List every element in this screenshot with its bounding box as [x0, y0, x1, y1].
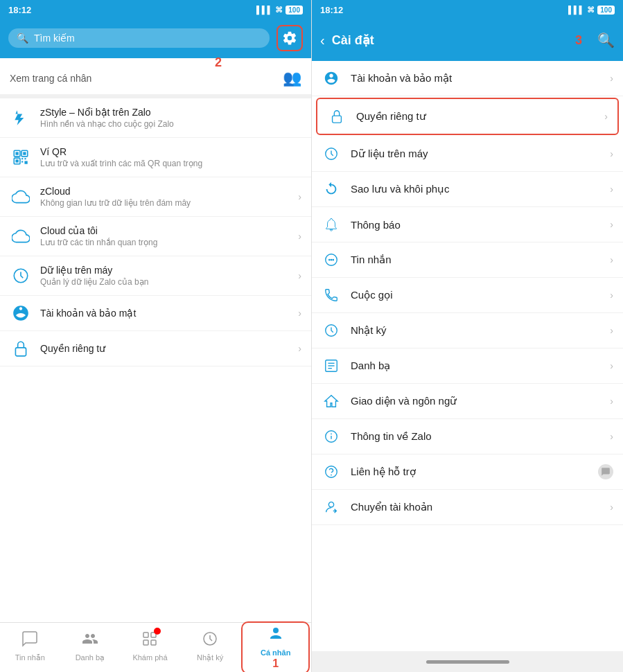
menu-item-zcloud[interactable]: zCloud Không gian lưu trữ dữ liệu trên đ… — [0, 177, 311, 217]
svg-rect-5 — [15, 159, 18, 162]
settings-notifications-arrow: › — [610, 219, 613, 230]
account-icon — [10, 304, 32, 322]
bottom-nav: Tin nhắn Danh bạ Khám phá Nhật ký C — [0, 622, 311, 672]
settings-messages-icon — [322, 252, 341, 267]
add-friends-icon[interactable]: 👥 — [283, 69, 301, 87]
settings-transfer-arrow: › — [610, 502, 613, 513]
nav-item-contacts[interactable]: Danh bạ — [60, 630, 121, 665]
settings-support-icon — [322, 464, 341, 479]
menu-item-privacy[interactable]: Quyền riêng tư › — [0, 331, 311, 366]
menu-item-zstyle[interactable]: zStyle – Nổi bật trên Zalo Hình nền và n… — [0, 98, 311, 138]
back-button[interactable]: ‹ — [320, 33, 325, 48]
settings-account-arrow: › — [610, 73, 613, 84]
search-input-wrap[interactable]: 🔍 Tìm kiếm — [8, 28, 270, 48]
settings-display-text: Giao diện và ngôn ngữ — [351, 395, 600, 407]
svg-point-32 — [326, 466, 337, 478]
settings-backup-icon — [322, 182, 341, 197]
settings-transfer-text: Chuyển tài khoản — [351, 501, 600, 513]
settings-item-messages[interactable]: Tin nhắn › — [312, 242, 623, 278]
svg-rect-18 — [333, 116, 342, 123]
settings-about-text: Thông tin về Zalo — [351, 430, 600, 443]
right-signal-icon: ▌▌▌ — [568, 6, 584, 14]
signal-icon: ▌▌▌ — [256, 6, 272, 14]
settings-item-about[interactable]: Thông tin về Zalo › — [312, 419, 623, 454]
svg-rect-9 — [24, 161, 27, 163]
settings-backup-text: Sao lưu và khôi phục — [351, 183, 600, 195]
left-panel: 18:12 ▌▌▌ ⌘ 100 🔍 Tìm kiếm 2 Xem trang c… — [0, 0, 312, 672]
settings-item-transfer[interactable]: Chuyển tài khoản › — [312, 490, 623, 525]
settings-privacy-text: Quyền riêng tư — [356, 110, 595, 123]
settings-item-privacy[interactable]: Quyền riêng tư › — [316, 98, 619, 135]
settings-notifications-text: Thông báo — [351, 219, 600, 231]
search-placeholder: Tìm kiếm — [34, 33, 75, 44]
right-search-button[interactable]: 🔍 — [597, 32, 615, 48]
settings-item-device-data[interactable]: Dữ liệu trên máy › — [312, 136, 623, 172]
settings-privacy-icon — [327, 109, 346, 124]
settings-account-text: Tài khoản và bảo mật — [351, 72, 600, 85]
zcloud-title: zCloud — [40, 186, 290, 197]
svg-rect-14 — [143, 640, 148, 645]
right-status-bar: 18:12 ▌▌▌ ⌘ 100 — [312, 0, 623, 19]
privacy-icon — [10, 339, 32, 357]
privacy-text: Quyền riêng tư — [40, 343, 290, 354]
menu-item-cloud[interactable]: Cloud của tôi Lưu trữ các tin nhắn quan … — [0, 217, 311, 256]
right-battery-indicator: 100 — [597, 6, 615, 15]
settings-item-backup[interactable]: Sao lưu và khôi phục › — [312, 172, 623, 207]
settings-diary-text: Nhật ký — [351, 324, 600, 337]
svg-rect-11 — [15, 348, 26, 356]
nav-item-personal[interactable]: Cá nhân 1 — [241, 621, 310, 673]
data-text: Dữ liệu trên máy Quản lý dữ liệu Zalo củ… — [40, 265, 290, 287]
settings-item-support[interactable]: Liên hệ hỗ trợ — [312, 454, 623, 490]
zstyle-subtitle: Hình nền và nhạc cho cuộc gọi Zalo — [40, 119, 301, 129]
settings-contacts-icon — [322, 358, 341, 373]
settings-gear-button[interactable] — [277, 25, 303, 51]
profile-text: Xem trang cá nhân — [10, 73, 91, 84]
settings-item-account[interactable]: Tài khoản và bảo mật › — [312, 61, 623, 96]
settings-support-badge — [598, 464, 613, 479]
cloud-text: Cloud của tôi Lưu trữ các tin nhắn quan … — [40, 225, 290, 247]
diary-label: Nhật ký — [197, 653, 223, 662]
step3-label: 3 — [575, 33, 582, 48]
settings-item-diary[interactable]: Nhật ký › — [312, 313, 623, 348]
diary-icon — [202, 630, 218, 651]
explore-icon — [141, 630, 158, 651]
settings-display-icon — [322, 394, 341, 409]
cloud-title: Cloud của tôi — [40, 225, 290, 236]
settings-backup-arrow: › — [610, 184, 613, 195]
right-wifi-icon: ⌘ — [587, 6, 595, 15]
nav-item-diary[interactable]: Nhật ký — [180, 630, 240, 665]
nav-item-explore[interactable]: Khám phá — [120, 630, 180, 664]
battery-indicator: 100 — [286, 6, 303, 15]
home-bar — [426, 660, 509, 664]
settings-item-calls[interactable]: Cuộc gọi › — [312, 278, 623, 313]
settings-about-icon — [322, 429, 341, 444]
right-bottom-home — [312, 651, 623, 672]
settings-item-contacts[interactable]: Danh bạ › — [312, 348, 623, 384]
settings-item-notifications[interactable]: Thông báo › — [312, 207, 623, 242]
svg-point-23 — [332, 259, 334, 261]
data-icon — [10, 267, 32, 285]
gear-icon — [282, 30, 297, 46]
search-bar: 🔍 Tìm kiếm 2 — [0, 19, 311, 58]
right-status-icons: ▌▌▌ ⌘ 100 — [568, 6, 615, 15]
zstyle-text: zStyle – Nổi bật trên Zalo Hình nền và n… — [40, 107, 301, 129]
cloud-arrow: › — [298, 231, 301, 242]
svg-point-17 — [273, 628, 279, 633]
settings-transfer-icon — [322, 499, 341, 515]
menu-item-qr[interactable]: Ví QR Lưu trữ và xuất trình các mã QR qu… — [0, 138, 311, 177]
settings-privacy-arrow: › — [604, 111, 608, 122]
menu-item-data[interactable]: Dữ liệu trên máy Quản lý dữ liệu Zalo củ… — [0, 256, 311, 296]
settings-device-data-arrow: › — [610, 148, 613, 159]
cloud-icon — [10, 227, 32, 245]
right-header: ‹ Cài đặt 3 🔍 — [312, 19, 623, 61]
menu-item-account[interactable]: Tài khoản và bảo mật › — [0, 296, 311, 331]
settings-calls-icon — [322, 288, 341, 303]
zstyle-icon — [10, 109, 32, 127]
svg-rect-15 — [151, 640, 156, 645]
svg-point-21 — [328, 259, 331, 261]
settings-messages-arrow: › — [610, 254, 613, 265]
settings-item-display[interactable]: Giao diện và ngôn ngữ › — [312, 384, 623, 419]
profile-section[interactable]: Xem trang cá nhân 👥 — [0, 58, 311, 98]
privacy-arrow: › — [298, 343, 301, 354]
nav-item-messages[interactable]: Tin nhắn — [0, 630, 60, 665]
